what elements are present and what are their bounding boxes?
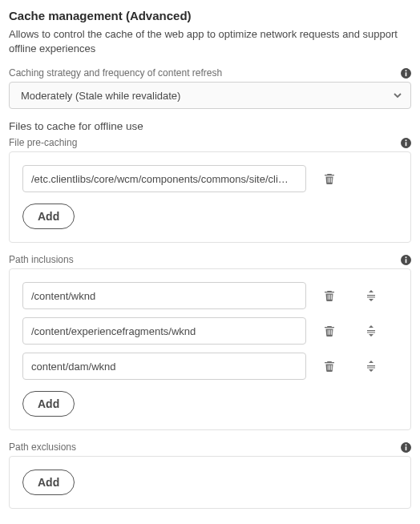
section-description: Allows to control the cache of the web a…: [9, 27, 411, 56]
strategy-select[interactable]: Moderately (Stale while revalidate): [9, 82, 411, 109]
inclusions-panel: Add: [9, 268, 411, 430]
exclusions-panel: Add: [9, 456, 411, 509]
delete-icon[interactable]: [322, 288, 337, 303]
delete-icon[interactable]: [322, 359, 337, 373]
precache-path-input[interactable]: [22, 165, 306, 192]
info-icon[interactable]: [400, 67, 411, 79]
delete-icon[interactable]: [322, 171, 337, 186]
reorder-icon[interactable]: [364, 359, 378, 373]
precache-panel: Add: [9, 151, 411, 243]
svg-point-11: [405, 444, 406, 445]
add-button[interactable]: Add: [22, 391, 75, 417]
inclusion-path-input[interactable]: [22, 353, 306, 380]
section-title: Cache management (Advanced): [9, 9, 411, 22]
list-item: [22, 353, 398, 380]
reorder-icon[interactable]: [364, 288, 378, 303]
add-button[interactable]: Add: [22, 204, 75, 229]
svg-point-5: [405, 139, 406, 141]
svg-point-8: [405, 256, 406, 258]
reorder-icon[interactable]: [364, 324, 378, 338]
spacer: [364, 171, 378, 186]
add-button[interactable]: Add: [22, 470, 75, 495]
list-item: [22, 317, 398, 345]
strategy-value: Moderately (Stale while revalidate): [21, 90, 180, 102]
svg-rect-1: [405, 72, 406, 76]
info-icon[interactable]: [400, 254, 411, 265]
svg-rect-7: [405, 259, 406, 263]
precache-label: File pre-caching: [9, 137, 77, 148]
strategy-label: Caching strategy and frequency of conten…: [9, 67, 222, 79]
inclusion-path-input[interactable]: [22, 282, 306, 309]
info-icon[interactable]: [400, 137, 411, 148]
delete-icon[interactable]: [322, 324, 337, 338]
exclusions-label: Path exclusions: [9, 441, 76, 453]
chevron-down-icon: [393, 91, 402, 100]
info-icon[interactable]: [400, 441, 411, 453]
svg-point-2: [405, 70, 406, 71]
files-to-cache-heading: Files to cache for offline use: [9, 120, 411, 132]
inclusions-label: Path inclusions: [9, 254, 74, 265]
svg-rect-10: [405, 446, 406, 450]
inclusion-path-input[interactable]: [22, 317, 306, 345]
list-item: [22, 165, 398, 192]
svg-rect-4: [405, 142, 406, 146]
list-item: [22, 282, 398, 309]
